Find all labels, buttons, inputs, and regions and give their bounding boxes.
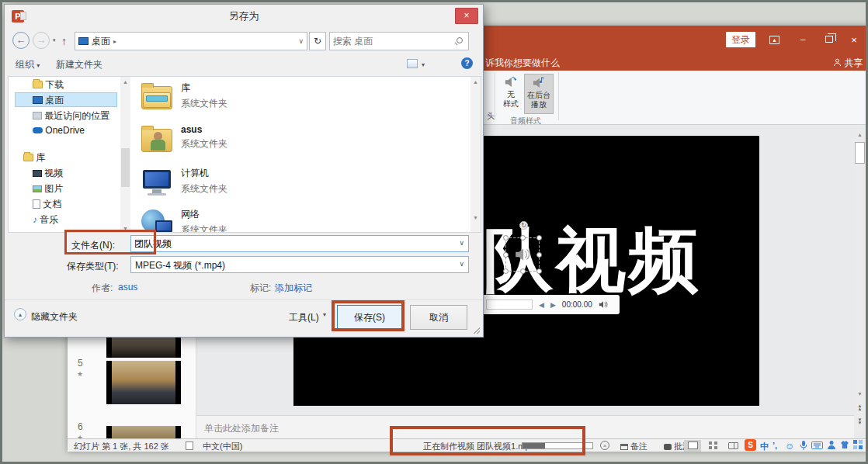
file-list-scrollbar[interactable]: ▲ ▼ (470, 77, 481, 233)
breadcrumb-separator-icon[interactable]: ▸ (113, 38, 116, 45)
skin-shirt-icon[interactable] (839, 440, 850, 449)
reading-view-button[interactable] (724, 440, 741, 452)
sidebar-item-downloads[interactable]: 下载 (33, 78, 64, 92)
breadcrumb-location[interactable]: 桌面 (92, 35, 110, 48)
sidebar-item-videos[interactable]: 视频 (33, 167, 63, 180)
new-folder-button[interactable]: 新建文件夹 (56, 58, 102, 71)
views-button-icon[interactable] (407, 59, 418, 68)
audio-no-style-button[interactable]: 无 样式 (499, 74, 523, 114)
tools-menu[interactable]: 工具(L) (289, 311, 319, 324)
address-breadcrumb[interactable]: 桌面 ▸ ∨ (75, 32, 307, 50)
audio-object-selection[interactable] (505, 237, 540, 272)
refresh-button[interactable]: ↻ (309, 32, 326, 50)
sogou-emoji-icon[interactable]: ☺ (785, 441, 794, 452)
share-button[interactable]: 共享 (833, 57, 863, 70)
slide-6-thumbnail[interactable] (106, 426, 181, 438)
minimize-button[interactable]: − (794, 33, 811, 47)
slide-counter[interactable]: 幻灯片 第 1 张, 共 162 张 (74, 441, 169, 452)
organize-menu[interactable]: 组织 ▾ (16, 58, 40, 71)
address-dropdown-icon[interactable]: ∨ (298, 37, 304, 45)
selection-handle[interactable] (503, 235, 509, 241)
ribbon-display-options-icon[interactable]: ▲ (769, 36, 779, 44)
notes-pane[interactable]: 单击此处添加备注 (196, 415, 854, 438)
file-item-computer[interactable]: 计算机 系统文件夹 (140, 165, 466, 206)
selection-handle[interactable] (536, 235, 542, 241)
scrollbar-thumb[interactable] (855, 142, 865, 164)
resize-grip[interactable] (474, 327, 480, 334)
tools-dropdown-icon[interactable]: ▾ (323, 311, 326, 318)
slide-5-thumbnail[interactable] (106, 361, 181, 404)
forward-button[interactable]: → (33, 32, 50, 49)
slide-scrollbar[interactable]: ▲ ▼ ▲▲ ▼▼ (854, 130, 866, 432)
hide-folders-toggle[interactable]: ▲ (14, 308, 26, 320)
sogou-chinese-mode-icon[interactable]: 中 (760, 441, 769, 452)
spellcheck-icon[interactable] (186, 441, 193, 450)
file-item-asus[interactable]: asus 系统文件夹 (140, 123, 466, 163)
save-button[interactable]: 保存(S) (337, 305, 402, 330)
selection-handle[interactable] (503, 268, 509, 274)
search-input[interactable] (333, 34, 450, 48)
next-slide-button[interactable]: ▼▼ (854, 416, 866, 429)
rotation-handle[interactable]: ↻ (519, 221, 528, 230)
sidebar-item-desktop[interactable]: 桌面 (33, 94, 64, 107)
scrollbar-thumb[interactable] (121, 148, 130, 187)
sidebar-item-recent-places[interactable]: 最近访问的位置 (33, 109, 109, 123)
savetype-dropdown-icon[interactable]: ∨ (459, 260, 464, 268)
normal-view-button[interactable] (684, 440, 701, 452)
previous-slide-button[interactable]: ▲▲ (854, 402, 866, 415)
scroll-down-button[interactable]: ▼ (120, 223, 130, 233)
filename-dropdown-icon[interactable]: ∨ (459, 239, 464, 247)
language-indicator[interactable]: 中文(中国) (203, 441, 242, 452)
savetype-combo[interactable]: MPEG-4 视频 (*.mp4) ∨ (130, 256, 469, 273)
audio-play-in-background-button[interactable]: 在后台 播放 (524, 74, 554, 114)
selection-handle[interactable] (503, 252, 509, 258)
sidebar-item-onedrive[interactable]: OneDrive (33, 125, 85, 136)
sidebar-item-music[interactable]: ♪ 音乐 (33, 213, 58, 227)
hide-folders-label[interactable]: 隐藏文件夹 (31, 310, 78, 324)
add-tag-link[interactable]: 添加标记 (275, 282, 312, 295)
sogou-punctuation-icon[interactable]: ’, (773, 441, 777, 450)
selection-handle[interactable] (520, 268, 526, 274)
filename-input[interactable] (134, 237, 453, 251)
signin-button[interactable]: 登录 (726, 32, 755, 47)
notes-toggle-button[interactable]: 备注 (620, 441, 648, 452)
audio-speaker-icon[interactable] (514, 246, 531, 263)
sogou-logo-icon[interactable]: S (745, 439, 756, 451)
sogou-toolbox-icon[interactable] (853, 440, 863, 449)
up-one-level-button[interactable]: ↑ (61, 35, 67, 47)
scroll-up-button[interactable]: ▲ (470, 77, 481, 87)
slide-4-thumbnail[interactable] (106, 338, 181, 358)
media-seek-track[interactable] (486, 300, 533, 310)
search-icon[interactable] (457, 37, 463, 43)
microphone-icon[interactable] (799, 440, 808, 451)
scroll-up-button[interactable]: ▲ (120, 77, 130, 87)
dialog-close-button[interactable]: × (455, 8, 478, 24)
tell-me-text[interactable]: 诉我你想要做什么 (485, 57, 560, 70)
scroll-down-button[interactable]: ▼ (470, 213, 481, 223)
file-item-network[interactable]: 网络 系统文件夹 (140, 206, 466, 233)
selection-handle[interactable] (520, 235, 526, 241)
views-dropdown-icon[interactable]: ▾ (422, 61, 425, 68)
ppt-close-button[interactable]: × (845, 33, 863, 47)
history-dropdown-icon[interactable]: ▾ (53, 37, 56, 43)
media-play-button[interactable]: ▶ (550, 301, 556, 309)
volume-icon[interactable] (599, 300, 608, 309)
file-item-libraries[interactable]: 库 系统文件夹 (140, 80, 466, 120)
help-icon[interactable]: ? (461, 57, 473, 69)
selection-handle[interactable] (536, 268, 542, 274)
sidebar-item-pictures[interactable]: 图片 (33, 182, 63, 196)
selection-handle[interactable] (536, 252, 542, 258)
slide-sorter-view-button[interactable] (704, 440, 721, 452)
cancel-button[interactable]: 取消 (410, 305, 467, 330)
keyboard-icon[interactable] (811, 441, 823, 449)
skin-person-icon[interactable] (827, 440, 836, 450)
scroll-down-button[interactable]: ▼ (854, 389, 866, 400)
back-button[interactable]: ← (12, 32, 30, 49)
restore-button[interactable] (825, 36, 833, 43)
scroll-up-button[interactable]: ▲ (854, 130, 866, 140)
media-step-back-button[interactable]: ◀ (539, 301, 544, 309)
sidebar-item-libraries[interactable]: 库 (23, 151, 45, 164)
authors-value[interactable]: asus (118, 282, 137, 293)
sidebar-scrollbar[interactable]: ▲ ▼ (120, 77, 130, 233)
sidebar-item-documents[interactable]: 文档 (33, 198, 61, 211)
